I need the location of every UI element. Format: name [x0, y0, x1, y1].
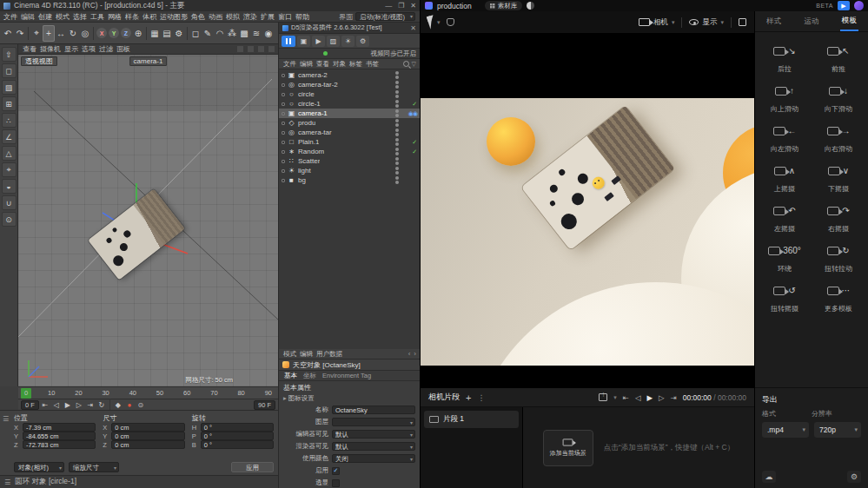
expand-handle-icon[interactable]: [282, 160, 285, 163]
spline-pen-icon[interactable]: ✎: [202, 25, 214, 42]
camera-template-item[interactable]: ∨ 下摇摄: [812, 160, 865, 194]
object-manager-menu-item[interactable]: 文件: [282, 60, 297, 69]
attribute-tab[interactable]: Environment Tag: [322, 372, 371, 379]
icon-settings-group[interactable]: 图标设置: [283, 394, 415, 403]
minimize-button[interactable]: —: [385, 2, 392, 10]
position-field[interactable]: -72.783 cm: [23, 440, 96, 449]
d5-plugin-close-icon[interactable]: ✕: [410, 24, 416, 32]
enabled-checkbox[interactable]: ✓: [332, 467, 340, 475]
prev-frame-icon[interactable]: ◁: [635, 393, 641, 402]
display-menu-button[interactable]: 显示 ▾: [689, 17, 724, 28]
mode-palette-icon[interactable]: ◻: [2, 63, 17, 78]
camera-template-item[interactable]: ↷ 右摇摄: [812, 200, 865, 234]
clips-more-icon[interactable]: ⋮: [477, 393, 485, 402]
object-row[interactable]: ∗ Random ✓: [279, 147, 420, 156]
camera-template-item[interactable]: ↺ 扭转摇摄: [758, 280, 812, 313]
camera-template-item[interactable]: ↑ 向上滑动: [758, 80, 812, 114]
play-button[interactable]: ▶: [647, 393, 653, 402]
position-field[interactable]: -84.655 cm: [23, 432, 96, 440]
layer-field[interactable]: [332, 418, 415, 426]
expand-handle-icon[interactable]: [282, 112, 285, 115]
viewport-menu-item[interactable]: 摄像机: [38, 44, 63, 54]
xray-checkbox[interactable]: [332, 479, 340, 487]
menu-item[interactable]: 网格: [106, 12, 123, 22]
last-tool-icon[interactable]: ◎: [79, 25, 91, 42]
object-row[interactable]: □ Plain.1 ✓: [279, 137, 420, 147]
menu-item[interactable]: 样条: [123, 12, 141, 22]
mode-palette-icon[interactable]: △: [2, 146, 17, 161]
object-name[interactable]: Plain.1: [298, 138, 319, 146]
mode-palette-icon[interactable]: ⌖: [2, 162, 17, 177]
close-button[interactable]: ✕: [410, 2, 416, 10]
render-settings-icon[interactable]: ⚙: [173, 25, 185, 42]
expand-handle-icon[interactable]: [282, 93, 285, 96]
history-forward-icon[interactable]: ›: [414, 350, 416, 358]
filter-icon[interactable]: ▽: [412, 61, 416, 68]
object-row[interactable]: ○ circle: [279, 89, 420, 99]
camera-template-item[interactable]: ↘ 后拉: [758, 40, 812, 74]
autokey-icon[interactable]: ●: [124, 401, 135, 409]
menu-item[interactable]: 工具: [89, 12, 106, 22]
expand-handle-icon[interactable]: [282, 102, 285, 106]
cloud-icon[interactable]: ☁: [762, 471, 776, 483]
format-dropdown[interactable]: .mp4: [762, 422, 809, 438]
mode-palette-icon[interactable]: ⇧: [2, 47, 17, 62]
size-field[interactable]: 0 cm: [111, 440, 184, 449]
object-row[interactable]: ▣ camera-1 ◉◉: [279, 109, 420, 118]
object-row[interactable]: ◇ produ: [279, 118, 420, 128]
rotation-field[interactable]: 0 °: [201, 440, 274, 449]
fullscreen-icon[interactable]: [739, 18, 746, 26]
expand-handle-icon[interactable]: [282, 74, 285, 77]
expand-handle-icon[interactable]: [282, 83, 285, 87]
menu-item[interactable]: 动画: [207, 12, 224, 22]
primitive-cube-icon[interactable]: ◻: [189, 25, 202, 42]
visibility-dots[interactable]: [395, 81, 399, 89]
menu-item[interactable]: 角色: [189, 12, 207, 22]
viewport-menu-item[interactable]: 过滤: [97, 44, 115, 54]
expand-handle-icon[interactable]: [282, 150, 285, 154]
menu-item[interactable]: 帮助: [294, 12, 311, 22]
camera-template-item[interactable]: ← 向左滑动: [758, 120, 812, 154]
apply-button[interactable]: 应用: [231, 462, 274, 472]
gear-icon[interactable]: ⚙: [847, 471, 861, 483]
menu-item[interactable]: 模式: [54, 12, 71, 22]
object-name[interactable]: camera-1: [298, 109, 328, 117]
object-row[interactable]: ☀ light: [279, 166, 420, 175]
d5-sync-icon[interactable]: ▣: [297, 36, 310, 47]
object-tag-icon[interactable]: ◉◉: [401, 110, 417, 117]
name-field[interactable]: OctaneSky: [332, 406, 415, 414]
menu-item[interactable]: 编辑: [19, 12, 36, 22]
live-selection-icon[interactable]: ⌖: [30, 25, 43, 42]
goto-end-icon[interactable]: ⇥: [85, 401, 96, 409]
object-name[interactable]: Scatter: [298, 157, 320, 165]
object-tag-icon[interactable]: ✓: [401, 139, 417, 146]
pan-view-icon[interactable]: [236, 45, 244, 53]
attribute-tab[interactable]: 基本: [284, 372, 297, 380]
clip-item[interactable]: 片段 1: [424, 411, 519, 428]
menu-item[interactable]: 创建: [36, 12, 54, 22]
object-row[interactable]: ■ bg: [279, 175, 420, 185]
object-tag-icon[interactable]: ✓: [401, 101, 417, 108]
object-name[interactable]: camera-tar: [298, 129, 332, 136]
visibility-dots[interactable]: [395, 167, 399, 175]
next-frame-icon[interactable]: ▷: [659, 393, 665, 402]
object-tag-icon[interactable]: ✓: [401, 148, 417, 155]
object-row[interactable]: ◎ camera-tar: [279, 128, 420, 137]
d5-sync-icon[interactable]: ☀: [341, 36, 354, 47]
attribute-tab[interactable]: 坐标: [303, 372, 316, 380]
menu-item[interactable]: 渲染: [242, 12, 259, 22]
camera-template-item[interactable]: ⋯ 更多模板: [812, 280, 865, 313]
object-manager-menu-item[interactable]: 查看: [315, 60, 330, 69]
mode-palette-icon[interactable]: ∠: [2, 129, 17, 144]
object-manager-menu-item[interactable]: 对象: [332, 60, 347, 69]
camera-template-item[interactable]: ↶ 左摇摄: [758, 200, 812, 234]
pause-sync-button[interactable]: [282, 36, 295, 47]
z-axis-lock-button[interactable]: Z: [121, 28, 131, 38]
resolution-dropdown[interactable]: 720p: [814, 422, 861, 438]
object-manager-menu-item[interactable]: 编辑: [299, 60, 314, 69]
rotation-field[interactable]: 0 °: [201, 423, 274, 432]
search-icon[interactable]: [403, 61, 409, 67]
menu-item[interactable]: 文件: [2, 12, 19, 22]
zoom-view-icon[interactable]: [247, 45, 255, 53]
play-button[interactable]: ▶: [63, 401, 73, 409]
